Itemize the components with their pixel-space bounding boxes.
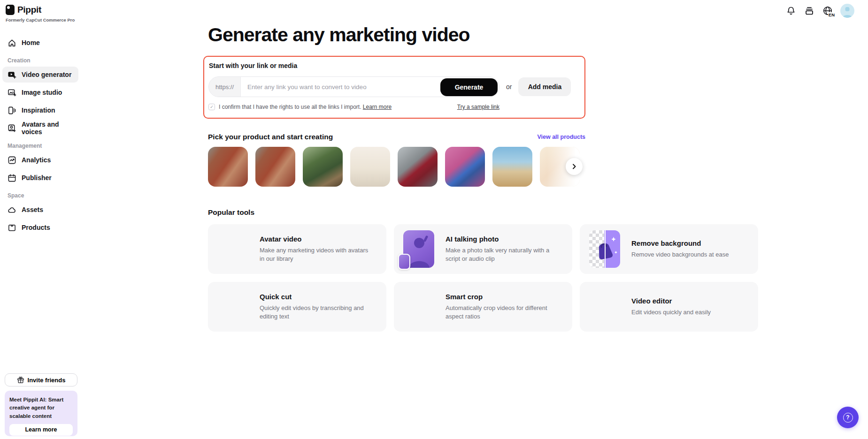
next-products-button[interactable] bbox=[566, 158, 583, 175]
pippit-ai-promo-banner: Meet Pippit AI: Smart creative agent for… bbox=[5, 391, 77, 436]
assets-cloud-icon bbox=[8, 205, 16, 214]
products-heading: Pick your product and start creating bbox=[208, 133, 333, 141]
rights-checkbox[interactable]: ✓ bbox=[208, 104, 215, 110]
card-stack-icon[interactable] bbox=[804, 5, 815, 16]
brand-name: Pippit bbox=[17, 5, 41, 15]
home-icon bbox=[8, 38, 16, 47]
tool-card-ai-talking-photo[interactable]: AI talking photo Make a photo talk very … bbox=[394, 224, 572, 274]
link-panel-heading: Start with your link or media bbox=[209, 62, 580, 69]
promo-strong: Meet Pippit AI bbox=[9, 397, 45, 402]
avatars-icon bbox=[8, 124, 16, 133]
help-button[interactable]: ? bbox=[837, 407, 859, 428]
sidebar-item-label: Image studio bbox=[22, 89, 62, 96]
user-avatar[interactable] bbox=[840, 4, 854, 18]
tool-card-title: Video editor bbox=[631, 297, 711, 305]
sidebar-item-analytics[interactable]: Analytics bbox=[2, 152, 78, 168]
tool-card-video-editor[interactable]: Video editor Edit videos quickly and eas… bbox=[580, 282, 758, 332]
sidebar-item-label: Video generator bbox=[22, 71, 71, 78]
tool-card-title: Smart crop bbox=[446, 293, 558, 301]
add-media-button[interactable]: Add media bbox=[518, 77, 571, 96]
sidebar: Pippit Formerly CapCut Commerce Pro Home… bbox=[0, 0, 81, 439]
tool-card-desc: Quickly edit videos by transcribing and … bbox=[260, 304, 372, 321]
product-tile-beach[interactable] bbox=[492, 147, 532, 187]
product-tile-blue-bottles[interactable] bbox=[445, 147, 485, 187]
tool-card-remove-background[interactable]: Remove background Remove video backgroun… bbox=[580, 224, 758, 274]
sidebar-item-inspiration[interactable]: Inspiration bbox=[2, 102, 78, 118]
try-sample-link[interactable]: Try a sample link bbox=[457, 104, 499, 110]
product-tile-hiking-boot[interactable] bbox=[303, 147, 343, 187]
chevron-right-icon bbox=[571, 163, 577, 170]
sidebar-item-video-generator[interactable]: Video generator bbox=[2, 67, 78, 83]
pippit-app: Pippit Formerly CapCut Commerce Pro Home… bbox=[0, 0, 868, 439]
brand-logo[interactable]: Pippit Formerly CapCut Commerce Pro bbox=[0, 0, 81, 23]
tool-card-desc: Automatically crop videos for different … bbox=[446, 304, 558, 321]
sidebar-item-label: Home bbox=[22, 39, 40, 46]
tool-card-avatar-video[interactable]: Avatar video Make any marketing videos w… bbox=[208, 224, 386, 274]
sidebar-item-home[interactable]: Home bbox=[2, 35, 78, 51]
topbar: EN bbox=[785, 4, 854, 18]
promo-text: Meet Pippit AI: Smart creative agent for… bbox=[9, 396, 73, 420]
consent-row: ✓ I confirm that I have the rights to us… bbox=[208, 104, 499, 110]
analytics-icon bbox=[8, 156, 16, 165]
ai-talking-photo-image bbox=[403, 230, 434, 268]
question-mark-icon: ? bbox=[843, 413, 853, 423]
sidebar-section-management: Management bbox=[8, 143, 81, 149]
product-tile-skincare-duo[interactable] bbox=[208, 147, 248, 187]
sidebar-item-label: Publisher bbox=[22, 174, 52, 182]
consent-text: I confirm that I have the rights to use … bbox=[219, 104, 392, 110]
page-title: Generate any marketing video bbox=[208, 24, 767, 45]
sidebar-item-publisher[interactable]: Publisher bbox=[2, 170, 78, 186]
bell-icon[interactable] bbox=[785, 5, 797, 16]
promo-learn-more-button[interactable]: Learn more bbox=[9, 424, 73, 436]
sidebar-item-label: Assets bbox=[22, 206, 43, 213]
product-tile-red-perfume[interactable] bbox=[398, 147, 438, 187]
tool-card-title: Remove background bbox=[631, 239, 729, 247]
sidebar-item-products[interactable]: Products bbox=[2, 220, 78, 235]
consent-sentence: I confirm that I have the rights to use … bbox=[219, 104, 361, 110]
product-tile-pump-bottle[interactable] bbox=[350, 147, 390, 187]
smart-crop-image bbox=[403, 288, 434, 325]
sidebar-item-label: Inspiration bbox=[22, 106, 55, 114]
sidebar-item-avatars-and-voices[interactable]: Avatars and voices bbox=[2, 120, 78, 136]
tool-card-desc: Remove video backgrounds at ease bbox=[631, 250, 729, 259]
view-all-products-link[interactable]: View all products bbox=[537, 134, 585, 140]
mini-photo-thumb bbox=[398, 254, 410, 270]
url-prefix-label: https:// bbox=[209, 77, 241, 97]
invite-friends-label: Invite friends bbox=[28, 377, 66, 384]
or-label: or bbox=[506, 83, 512, 91]
tool-card-desc: Edit videos quickly and easily bbox=[631, 308, 711, 317]
sidebar-section-creation: Creation bbox=[8, 57, 81, 64]
product-tile-skincare-duo-2[interactable] bbox=[255, 147, 295, 187]
remove-background-image bbox=[589, 230, 620, 268]
tool-card-desc: Make any marketing videos with avatars i… bbox=[260, 246, 372, 264]
quick-cut-image bbox=[217, 288, 248, 325]
generate-button[interactable]: Generate bbox=[440, 78, 498, 96]
products-box-icon bbox=[8, 223, 16, 232]
brand-tagline: Formerly CapCut Commerce Pro bbox=[6, 17, 81, 23]
sidebar-item-label: Products bbox=[22, 224, 50, 231]
sidebar-item-image-studio[interactable]: Image studio bbox=[2, 84, 78, 100]
sidebar-item-label: Avatars and voices bbox=[22, 121, 78, 136]
tool-card-title: AI talking photo bbox=[446, 235, 558, 243]
products-header-row: Pick your product and start creating Vie… bbox=[208, 133, 585, 141]
avatar-video-image bbox=[217, 230, 248, 268]
tool-card-desc: Make a photo talk very naturally with a … bbox=[446, 246, 558, 264]
language-label: EN bbox=[828, 12, 835, 17]
globe-en-icon[interactable]: EN bbox=[822, 5, 833, 16]
product-tiles-row bbox=[208, 147, 580, 187]
invite-friends-button[interactable]: Invite friends bbox=[5, 373, 77, 386]
tool-card-smart-crop[interactable]: Smart crop Automatically crop videos for… bbox=[394, 282, 572, 332]
video-generator-icon bbox=[8, 70, 16, 79]
tool-card-title: Avatar video bbox=[260, 235, 372, 243]
tool-card-title: Quick cut bbox=[260, 293, 372, 301]
sidebar-section-space: Space bbox=[8, 192, 81, 199]
inspiration-icon bbox=[8, 106, 16, 115]
link-input-row: https:// Generate or Add media bbox=[208, 76, 580, 97]
gift-icon bbox=[17, 376, 24, 384]
image-studio-icon bbox=[8, 88, 16, 97]
publisher-icon bbox=[8, 174, 16, 182]
sidebar-item-assets[interactable]: Assets bbox=[2, 202, 78, 218]
learn-more-link[interactable]: Learn more bbox=[363, 104, 392, 110]
sidebar-nav: Home Creation Video generator Image stud… bbox=[0, 35, 81, 235]
tool-card-quick-cut[interactable]: Quick cut Quickly edit videos by transcr… bbox=[208, 282, 386, 332]
